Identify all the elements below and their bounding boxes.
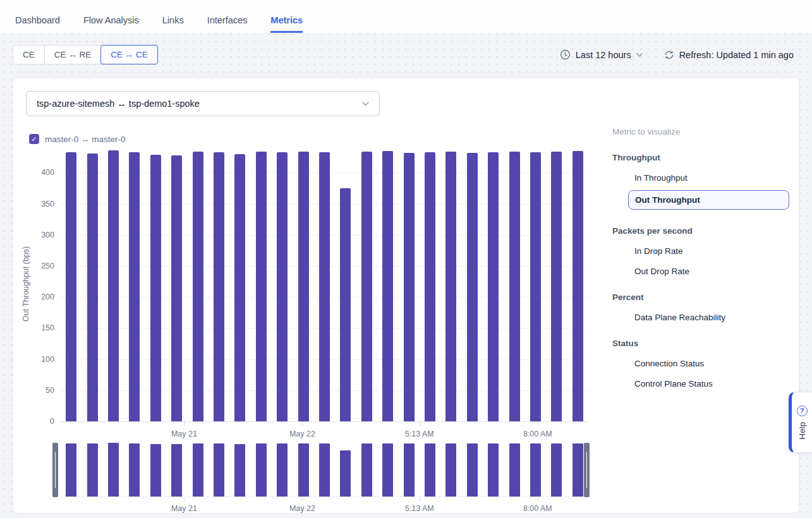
brush-x-tick-label-may-21: May 21 bbox=[171, 504, 197, 513]
series-toggle[interactable]: ✓ master-0 ↔ master-0 bbox=[29, 134, 126, 144]
y-tick-label-350: 350 bbox=[26, 200, 54, 208]
brush-bar bbox=[108, 443, 119, 497]
series-toggle-label: master-0 ↔ master-0 bbox=[45, 135, 126, 144]
chart-bar bbox=[404, 153, 415, 421]
checkbox-checked-icon[interactable]: ✓ bbox=[29, 134, 39, 144]
brush-bars bbox=[61, 443, 588, 497]
brush-bar bbox=[256, 443, 267, 497]
metric-group-percent: Percent bbox=[612, 292, 789, 302]
chart-bar bbox=[425, 152, 435, 421]
x-tick-label-5-13-am: 5:13 AM bbox=[405, 430, 434, 438]
y-tick-label-400: 400 bbox=[26, 168, 54, 177]
brush-x-tick-label-8-00-am: 8:00 AM bbox=[523, 504, 552, 513]
chart-bar bbox=[319, 152, 330, 421]
metric-panel-title: Metric to visualize bbox=[612, 127, 789, 136]
brush-x-tick-mark-may-22 bbox=[302, 498, 303, 501]
chart-bar bbox=[256, 152, 267, 421]
x-tick-mark-may-21 bbox=[184, 422, 185, 426]
metric-item-out-throughput[interactable]: Out Throughput bbox=[628, 190, 789, 210]
chart-bar bbox=[129, 152, 140, 421]
y-tick-label-200: 200 bbox=[26, 292, 54, 301]
y-tick-label-300: 300 bbox=[26, 231, 54, 239]
brush-bar bbox=[509, 443, 520, 497]
x-tick-mark-may-22 bbox=[302, 422, 303, 426]
y-tick-label-0: 0 bbox=[26, 417, 54, 426]
help-label: Help bbox=[797, 422, 807, 440]
chart-bar bbox=[66, 152, 76, 421]
chart-bar bbox=[214, 152, 224, 421]
chevron-down-icon bbox=[362, 102, 369, 106]
brush-bar bbox=[171, 444, 182, 497]
y-axis-title: Out Throughput (bps) bbox=[21, 146, 30, 421]
brush-bar bbox=[193, 443, 203, 497]
chart-bar bbox=[382, 151, 393, 421]
chart-bar bbox=[234, 154, 245, 421]
brush-bar bbox=[277, 443, 288, 497]
brush-bar bbox=[425, 443, 435, 497]
chart-bar bbox=[87, 154, 98, 421]
chart-bar bbox=[488, 152, 499, 421]
toolbar: CECE ↔ RECE ↔ CE Last 12 hours Refresh: … bbox=[13, 45, 794, 64]
help-tab[interactable]: ? Help bbox=[789, 392, 812, 453]
question-mark-icon: ? bbox=[797, 406, 808, 416]
chart-bar bbox=[108, 150, 119, 421]
tab-ce[interactable]: CE bbox=[13, 45, 45, 64]
brush-handle-grip bbox=[586, 452, 588, 488]
y-tick-label-50: 50 bbox=[26, 386, 54, 395]
brush-bar bbox=[445, 443, 456, 497]
brush-x-tick-label-5-13-am: 5:13 AM bbox=[405, 504, 434, 513]
metric-item-data-plane-reachability[interactable]: Data Plane Reachability bbox=[612, 313, 789, 322]
x-tick-label-may-21: May 21 bbox=[171, 430, 197, 438]
nav-item-flow-analysis[interactable]: Flow Analysis bbox=[83, 15, 139, 33]
chart-brush[interactable]: May 21May 225:13 AM8:00 AM bbox=[52, 443, 590, 497]
pair-select-value: tsp-azure-sitemesh ↔ tsp-demo1-spoke bbox=[37, 99, 200, 109]
nav-item-dashboard[interactable]: Dashboard bbox=[15, 15, 60, 33]
clock-icon bbox=[560, 49, 571, 60]
brush-x-tick-label-may-22: May 22 bbox=[289, 504, 315, 513]
brush-bar bbox=[573, 443, 583, 497]
metric-item-control-plane-status[interactable]: Control Plane Status bbox=[612, 379, 789, 388]
chart-bar bbox=[573, 151, 583, 421]
refresh-icon bbox=[664, 50, 674, 60]
brush-bar bbox=[551, 443, 562, 497]
tab-ce-ce[interactable]: CE ↔ CE bbox=[100, 45, 158, 64]
chart-bar bbox=[445, 152, 456, 421]
y-tick-label-150: 150 bbox=[26, 323, 54, 332]
chart-bar bbox=[193, 152, 203, 421]
metric-item-out-drop-rate[interactable]: Out Drop Rate bbox=[612, 267, 789, 276]
y-tick-label-100: 100 bbox=[26, 355, 54, 364]
brush-x-tick-mark-may-21 bbox=[184, 498, 185, 501]
brush-bar bbox=[467, 443, 478, 497]
brush-bar bbox=[87, 443, 98, 497]
brush-bar bbox=[488, 443, 499, 497]
brush-handle-right[interactable] bbox=[584, 443, 590, 497]
chart-bar bbox=[277, 152, 288, 421]
chart-bar bbox=[150, 155, 161, 421]
gridline-0 bbox=[61, 421, 588, 422]
x-tick-label-may-22: May 22 bbox=[289, 430, 315, 438]
chart-bar bbox=[361, 152, 372, 421]
brush-bar bbox=[66, 443, 76, 497]
chart-bar bbox=[171, 155, 182, 421]
refresh-button[interactable]: Refresh: Updated 1 min ago bbox=[664, 50, 794, 60]
chart-bar bbox=[530, 152, 541, 421]
top-nav: DashboardFlow AnalysisLinksInterfacesMet… bbox=[0, 0, 812, 33]
time-range-dropdown[interactable]: Last 12 hours bbox=[560, 49, 643, 60]
chart-bar bbox=[298, 152, 309, 421]
brush-bar bbox=[404, 443, 415, 497]
chart-bar bbox=[340, 188, 351, 421]
nav-item-metrics[interactable]: Metrics bbox=[270, 15, 303, 33]
nav-item-interfaces[interactable]: Interfaces bbox=[207, 15, 248, 33]
throughput-bar-chart[interactable]: Out Throughput (bps) 0501001502002503003… bbox=[61, 146, 588, 421]
metric-item-connection-status[interactable]: Connection Status bbox=[612, 359, 789, 368]
brush-handle-left[interactable] bbox=[52, 443, 58, 497]
tab-ce-re[interactable]: CE ↔ RE bbox=[44, 45, 102, 64]
pair-select[interactable]: tsp-azure-sitemesh ↔ tsp-demo1-spoke bbox=[26, 91, 380, 116]
brush-bar bbox=[319, 443, 330, 497]
nav-item-links[interactable]: Links bbox=[162, 15, 184, 33]
metric-item-in-throughput[interactable]: In Throughput bbox=[612, 173, 789, 183]
brush-bar bbox=[382, 443, 393, 497]
chart-bar bbox=[551, 152, 562, 421]
metric-item-in-drop-rate[interactable]: In Drop Rate bbox=[612, 246, 789, 256]
metric-group-packets-per-second: Packets per second bbox=[612, 226, 789, 236]
